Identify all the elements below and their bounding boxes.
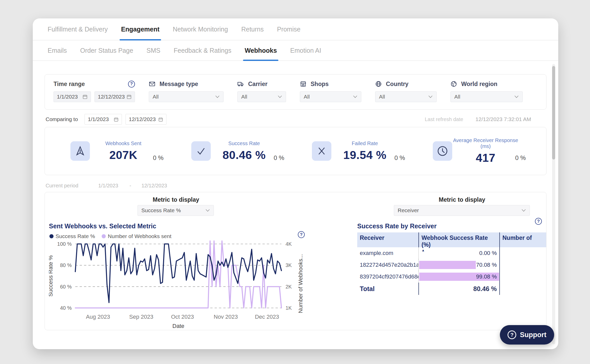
tab-engagement[interactable]: Engagement [121,18,160,40]
chart-title: Sent Webhooks vs. Selected Metric [49,222,156,230]
support-label: Support [520,331,546,339]
tab-returns[interactable]: Returns [241,18,264,40]
table-metric-select[interactable]: Receiver [394,205,530,216]
world-region-select[interactable]: All [450,91,523,102]
support-button[interactable]: ? Support [500,325,554,345]
message-type-label: Message type [160,81,198,88]
table-help-icon[interactable]: ? [535,218,542,225]
time-range-end-input[interactable]: 12/12/2023 [94,91,135,102]
success-rate-cell: 99.08 % [418,271,500,283]
globe-icon [375,81,382,87]
table-row[interactable]: example.com 0.00 % [357,247,546,259]
world-region-filter: World region All [450,80,523,104]
shops-label: Shops [311,81,329,88]
kpi-label: Average Receiver Response (ms) [452,137,519,149]
calendar-icon [82,94,88,99]
world-region-value: All [454,94,460,100]
receiver-panel: Metric to display Receiver ? Success Rat… [356,192,546,330]
table-row[interactable]: 1822724d457e20a2b1a8f1bf39111b09 70.08 % [357,259,546,271]
chevron-down-icon [215,95,220,98]
truck-icon [237,81,244,87]
svg-text:Aug 2023: Aug 2023 [86,314,110,320]
carrier-filter: Carrier All [237,80,286,104]
column-header-number-of[interactable]: Number of [500,232,546,247]
tab-fulfillment-delivery[interactable]: Fulfillment & Delivery [48,18,108,40]
comparing-start-input[interactable]: 1/1/2023 [85,114,122,125]
kpi-label: Webhooks Sent [90,141,157,146]
message-type-value: All [153,94,159,100]
country-label: Country [386,81,408,88]
table-row[interactable]: 8397204cf9207476d68efa433c35bea7 99.08 % [357,271,546,283]
time-range-help-icon[interactable]: ? [128,81,135,88]
help-circle-icon: ? [508,330,516,339]
legend-dot-webhooks-sent [102,234,106,238]
tab-feedback-ratings[interactable]: Feedback & Ratings [174,40,231,60]
receiver-cell: example.com [357,250,418,256]
shops-select[interactable]: All [300,91,361,102]
country-select[interactable]: All [375,91,437,102]
current-period-row: Current period 1/1/2023 - 12/12/2023 [45,181,546,190]
legend-dot-success-rate [49,234,54,238]
time-range-start-input[interactable]: 1/1/2023 [54,91,91,102]
receiver-table: Receiver Webhook Success Rate (%) ▲ Numb… [357,232,546,295]
table-metric-label: Metric to display [415,196,509,203]
svg-text:60 %: 60 % [60,284,72,290]
kpi-failed-rate: Failed Rate 19.54 % 0 % [296,127,416,175]
chevron-down-icon [205,209,210,212]
chart-legend: Success Rate % Number of Webhooks sent [49,233,171,239]
clock-icon [433,141,452,161]
kpi-success-rate: Success Rate 80.46 % 0 % [175,127,296,175]
table-total-row: Total 80.46 % [357,283,546,295]
message-type-select[interactable]: All [149,91,224,102]
comparing-start-value: 1/1/2023 [88,116,109,122]
time-range-end-value: 12/12/2023 [98,94,125,100]
carrier-select[interactable]: All [237,91,286,102]
chart-help-icon[interactable]: ? [298,231,305,238]
tab-webhooks[interactable]: Webhooks [245,40,277,60]
legend-label-success-rate: Success Rate % [56,233,95,239]
dashboard-card: Fulfillment & Delivery Engagement Networ… [33,18,558,349]
calendar-icon [114,117,119,122]
kpi-label: Success Rate [211,141,278,146]
kpi-delta: 0 % [153,154,163,162]
column-header-success-rate[interactable]: Webhook Success Rate (%) ▲ [418,232,500,247]
table-title: Success Rate by Receiver [357,222,437,230]
current-period-separator: - [130,183,131,189]
tab-emotion-ai[interactable]: Emotion AI [290,40,321,60]
svg-text:3K: 3K [286,262,292,268]
message-type-filter: Message type All [149,80,224,104]
shop-icon [300,81,307,87]
line-chart[interactable]: 100 %4K80 %3K60 %2K40 %1KAug 2023Sep 202… [49,240,351,329]
comparing-row: Comparing to 1/1/2023 12/12/2023 Last re… [45,114,546,125]
tab-network-monitoring[interactable]: Network Monitoring [173,18,228,40]
comparing-end-input[interactable]: 12/12/2023 [125,114,166,125]
send-icon [70,141,90,161]
chevron-down-icon [521,209,526,212]
kpi-summary: Webhooks Sent 207K 0 % Success Rate 80.4… [45,127,546,175]
rate-bar [419,261,476,269]
time-range-label: Time range [54,81,85,88]
kpi-value: 19.54 % [331,148,398,162]
tab-sms[interactable]: SMS [146,40,160,60]
tab-promise[interactable]: Promise [277,18,301,40]
scrollbar-thumb[interactable] [552,66,555,159]
chart-metric-select[interactable]: Success Rate % [138,205,214,216]
calendar-icon [158,117,163,122]
comparing-to-label: Comparing to [46,116,78,122]
column-header-receiver[interactable]: Receiver [357,232,418,247]
legend-label-webhooks-sent: Number of Webhooks sent [108,233,171,239]
table-metric-value: Receiver [398,207,419,213]
world-region-icon [450,81,457,87]
kpi-value: 80.46 % [211,148,278,162]
kpi-delta: 0 % [274,154,284,162]
last-refresh-label: Last refresh date [425,116,463,122]
svg-text:Sep 2023: Sep 2023 [129,314,153,320]
tab-emails[interactable]: Emails [48,40,67,60]
svg-text:1K: 1K [286,305,292,311]
total-rate: 80.46 % [418,283,500,295]
tab-order-status-page[interactable]: Order Status Page [80,40,133,60]
chevron-down-icon [514,95,519,98]
comparing-end-value: 12/12/2023 [129,116,156,122]
primary-tabbar: Fulfillment & Delivery Engagement Networ… [33,18,558,40]
calendar-icon [127,94,132,99]
